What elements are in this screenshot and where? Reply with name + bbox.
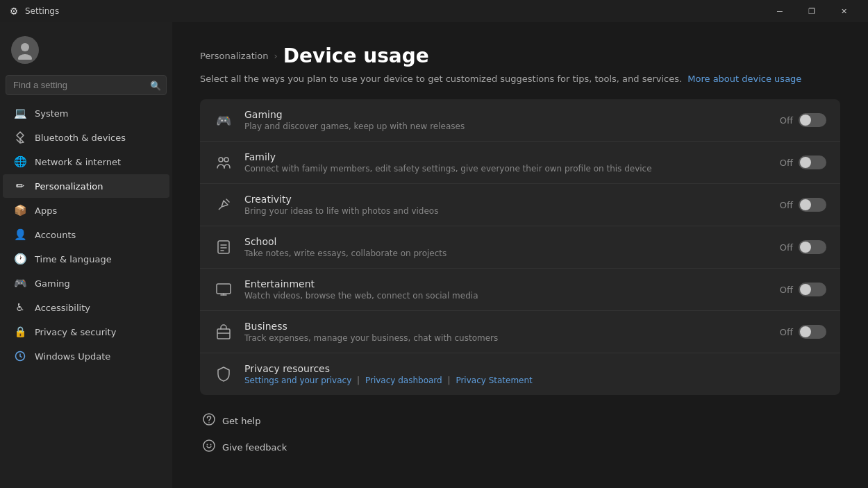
titlebar-title: Settings [25,6,59,16]
svg-rect-12 [217,329,230,339]
minimize-button[interactable]: ─ [764,0,796,22]
restore-button[interactable]: ❐ [796,0,828,22]
sidebar: 🔍 💻 System Bluetooth & devices 🌐 Network… [0,22,172,488]
sidebar-item-time[interactable]: 🕐 Time & language [3,247,169,271]
entertainment-desc: Watch videos, browse the web, connect on… [244,291,769,301]
network-icon: 🌐 [14,155,26,168]
breadcrumb: Personalization › Device usage [200,44,840,67]
business-title: Business [244,321,769,332]
more-about-link[interactable]: More about device usage [687,74,801,84]
family-desc: Connect with family members, edit safety… [244,164,769,174]
privacy-resources-row: Privacy resources Settings and your priv… [200,353,840,395]
sidebar-item-network[interactable]: 🌐 Network & internet [3,150,169,174]
setting-row-family: Family Connect with family members, edit… [200,142,840,184]
give-feedback-icon [203,439,215,455]
svg-point-17 [207,444,208,446]
system-icon: 💻 [14,107,26,119]
school-toggle-label: Off [780,242,793,253]
sidebar-item-gaming[interactable]: 🎮 Gaming [3,271,169,295]
setting-row-entertainment: Entertainment Watch videos, browse the w… [200,269,840,311]
business-setting-icon [214,322,233,342]
close-button[interactable]: ✕ [828,0,860,22]
sidebar-item-accessibility[interactable]: ♿ Accessibility [3,296,169,319]
business-toggle-wrap: Off [780,325,826,339]
gaming-title: Gaming [244,109,769,120]
window-controls: ─ ❐ ✕ [764,0,860,22]
privacy-statement-link[interactable]: Privacy Statement [456,376,532,385]
school-toggle[interactable] [799,240,826,254]
windows-update-icon [14,350,26,362]
privacy-icon: 🔒 [14,326,26,338]
creativity-toggle[interactable] [799,198,826,212]
sidebar-item-apps[interactable]: 📦 Apps [3,199,169,222]
get-help-link[interactable]: Get help [200,409,840,432]
sidebar-label-windows-update: Windows Update [35,351,110,362]
search-icon: 🔍 [150,80,161,90]
gaming-toggle-label: Off [780,115,793,126]
business-desc: Track expenses, manage your business, ch… [244,333,769,343]
give-feedback-link[interactable]: Give feedback [200,435,840,459]
search-input[interactable] [6,75,167,95]
svg-point-4 [224,158,228,162]
svg-point-0 [21,43,29,51]
school-toggle-wrap: Off [780,240,826,254]
svg-rect-5 [218,241,229,253]
setting-row-gaming: 🎮 Gaming Play and discover games, keep u… [200,99,840,142]
sidebar-item-personalization[interactable]: ✏️ Personalization [3,174,169,198]
sidebar-label-network: Network & internet [35,157,121,167]
privacy-resources-icon [214,364,233,384]
sidebar-item-system[interactable]: 💻 System [3,101,169,125]
breadcrumb-parent[interactable]: Personalization [200,51,269,61]
give-feedback-label: Give feedback [222,442,287,453]
privacy-settings-link[interactable]: Settings and your privacy [244,376,351,385]
business-toggle-label: Off [780,327,793,337]
svg-point-3 [219,158,223,162]
sidebar-item-privacy[interactable]: 🔒 Privacy & security [3,320,169,344]
family-toggle[interactable] [799,155,826,169]
sidebar-label-personalization: Personalization [35,181,103,192]
time-icon: 🕐 [14,253,26,265]
creativity-setting-icon [214,195,233,214]
school-title: School [244,236,769,247]
entertainment-toggle-wrap: Off [780,283,826,296]
entertainment-toggle-label: Off [780,285,793,295]
sidebar-profile [0,28,172,75]
titlebar: ⚙️ Settings ─ ❐ ✕ [0,0,868,22]
entertainment-title: Entertainment [244,278,769,289]
page-description: Select all the ways you plan to use your… [200,73,840,85]
setting-row-school: School Take notes, write essays, collabo… [200,226,840,269]
business-toggle[interactable] [799,325,826,339]
sidebar-search[interactable]: 🔍 [6,75,167,95]
main-content: Personalization › Device usage Select al… [172,22,868,488]
privacy-resources-title: Privacy resources [244,363,826,374]
gaming-toggle[interactable] [799,113,826,127]
gaming-toggle-wrap: Off [780,113,826,127]
accounts-icon: 👤 [14,228,26,241]
sidebar-label-gaming: Gaming [35,278,70,289]
school-setting-icon [214,237,233,257]
family-setting-icon [214,153,233,172]
bluetooth-icon [14,131,26,144]
family-toggle-wrap: Off [780,155,826,169]
breadcrumb-separator: › [274,51,278,61]
sidebar-item-windows-update[interactable]: Windows Update [3,344,169,368]
footer-links: Get help Give feedback [200,409,840,459]
sidebar-label-accessibility: Accessibility [35,303,90,313]
accessibility-icon: ♿ [14,301,26,314]
sidebar-item-accounts[interactable]: 👤 Accounts [3,223,169,246]
entertainment-toggle[interactable] [799,283,826,296]
sidebar-item-bluetooth[interactable]: Bluetooth & devices [3,126,169,149]
family-title: Family [244,151,769,162]
setting-row-creativity: Creativity Bring your ideas to life with… [200,184,840,226]
svg-point-16 [203,440,215,451]
privacy-dashboard-link[interactable]: Privacy dashboard [365,376,442,385]
svg-point-18 [210,444,212,446]
setting-row-business: Business Track expenses, manage your bus… [200,311,840,353]
sidebar-nav: 💻 System Bluetooth & devices 🌐 Network &… [0,101,172,369]
get-help-icon [203,413,215,428]
app-icon: ⚙️ [8,6,19,17]
settings-card: 🎮 Gaming Play and discover games, keep u… [200,99,840,395]
svg-rect-9 [217,284,231,294]
get-help-label: Get help [222,416,260,426]
gaming-desc: Play and discover games, keep up with ne… [244,121,769,131]
